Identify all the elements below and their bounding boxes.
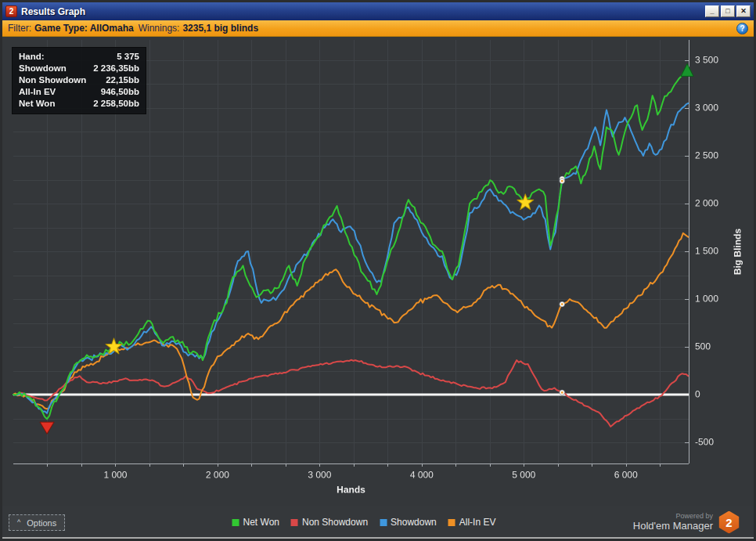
- info-row-hand: Hand: 5 375: [19, 51, 139, 63]
- hm2-logo-icon: 2: [718, 511, 740, 534]
- options-button[interactable]: ^ Options: [9, 514, 65, 531]
- help-icon[interactable]: ?: [736, 23, 748, 34]
- hm2-app-icon: 2: [5, 5, 17, 17]
- legend-item-net-won[interactable]: Net Won: [232, 517, 279, 528]
- allin-ev-swatch-icon: [448, 519, 455, 526]
- titlebar[interactable]: 2 Results Graph _ □ ✕: [2, 2, 754, 20]
- filter-winnings-label: Winnings:: [139, 23, 180, 34]
- chart-area: Hand: 5 375 Showdown 2 236,35bb Non Show…: [2, 37, 754, 506]
- non-showdown-swatch-icon: [291, 519, 298, 526]
- minimize-button[interactable]: _: [705, 5, 719, 17]
- info-row-net-won: Net Won 2 258,50bb: [19, 98, 139, 110]
- filter-bar: Filter: Game Type: AllOmaha Winnings: 32…: [2, 20, 754, 37]
- chevron-up-icon: ^: [17, 519, 20, 526]
- legend-item-showdown[interactable]: Showdown: [380, 517, 437, 528]
- info-row-showdown: Showdown 2 236,35bb: [19, 63, 139, 74]
- holdem-manager-branding: Powered by Hold'em Manager 2: [633, 511, 740, 534]
- filter-game-type: Game Type: AllOmaha: [34, 23, 134, 34]
- net-won-swatch-icon: [232, 519, 239, 526]
- info-row-non-showdown: Non Showdown 22,15bb: [19, 74, 139, 86]
- info-row-allin-ev: All-In EV 946,50bb: [19, 86, 139, 98]
- window-title: Results Graph: [21, 6, 701, 17]
- window-controls: _ □ ✕: [705, 5, 751, 17]
- results-graph-window: 2 Results Graph _ □ ✕ Filter: Game Type:…: [0, 0, 756, 541]
- chart-legend: Net Won Non Showdown Showdown All-In EV: [232, 506, 496, 539]
- bottom-bar: ^ Options Net Won Non Showdown Showdown …: [2, 506, 754, 539]
- window-bottom-edge: [2, 537, 754, 539]
- close-button[interactable]: ✕: [736, 5, 751, 17]
- filter-prefix: Filter:: [8, 23, 31, 34]
- filter-winnings-value: 3235,1 big blinds: [182, 23, 258, 34]
- info-panel: Hand: 5 375 Showdown 2 236,35bb Non Show…: [12, 47, 146, 114]
- legend-item-non-showdown[interactable]: Non Showdown: [291, 517, 368, 528]
- showdown-swatch-icon: [380, 519, 387, 526]
- brand-name: Hold'em Manager: [633, 521, 713, 532]
- maximize-button[interactable]: □: [721, 5, 735, 17]
- legend-item-allin-ev[interactable]: All-In EV: [448, 517, 496, 528]
